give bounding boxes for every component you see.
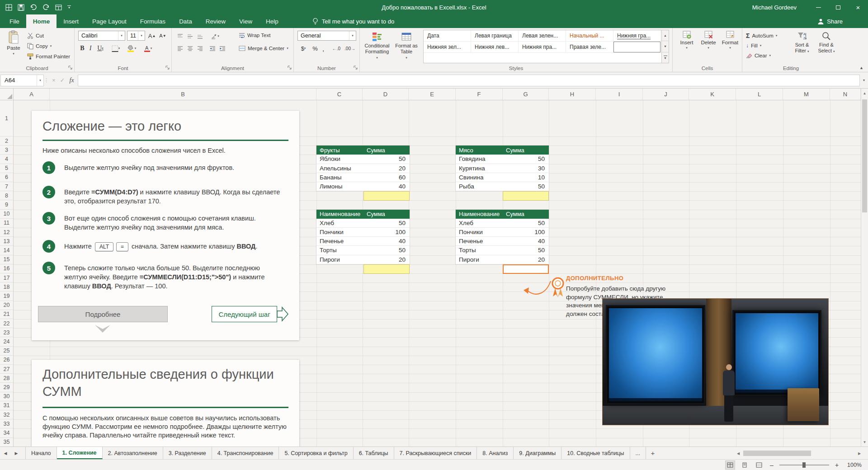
clear-button[interactable]: Clear▾ — [746, 51, 777, 60]
align-left-icon[interactable] — [175, 43, 184, 53]
paste-dropdown[interactable]: ▾ — [13, 52, 14, 56]
sum-input-cell[interactable] — [363, 264, 410, 274]
sheet-tab-8[interactable]: 8. Анализ — [477, 447, 514, 459]
row-header-29[interactable]: 29 — [0, 383, 13, 392]
conditional-formatting-button[interactable]: Conditional Formatting ▾ — [363, 30, 392, 64]
row-header-4[interactable]: 4 — [0, 155, 13, 164]
row-header-34[interactable]: 34 — [0, 428, 13, 437]
row-header-25[interactable]: 25 — [0, 347, 13, 356]
row-header-2[interactable]: 2 — [0, 136, 13, 146]
borders-button[interactable]: ▾ — [109, 43, 123, 53]
increase-decimal-button[interactable]: ←.0 — [330, 43, 343, 53]
align-right-icon[interactable] — [195, 43, 204, 53]
ribbon-tab-view[interactable]: View — [232, 14, 259, 28]
alignment-dialog-launcher[interactable] — [288, 66, 292, 70]
horizontal-scroll-thumb[interactable] — [743, 451, 811, 456]
cell-style-item-8[interactable]: Правая зеле... — [566, 42, 613, 53]
orientation-button[interactable]: ab▾ — [208, 31, 222, 41]
column-header-N[interactable]: N — [830, 89, 861, 100]
cell-style-item-1[interactable]: Левая граница — [471, 30, 519, 42]
row-header-18[interactable]: 18 — [0, 282, 13, 291]
zoom-out-button[interactable]: – — [769, 461, 775, 469]
row-header-9[interactable]: 9 — [0, 200, 13, 209]
row-header-33[interactable]: 33 — [0, 419, 13, 428]
copy-button[interactable]: Copy ▾ — [27, 42, 70, 50]
cell-style-item-3[interactable]: Начальный ... — [566, 30, 613, 42]
row-header-28[interactable]: 28 — [0, 374, 13, 383]
paste-button[interactable]: Paste ▾ — [3, 30, 24, 63]
cancel-icon[interactable]: × — [52, 77, 56, 84]
decrease-decimal-button[interactable]: .00→ — [344, 43, 356, 53]
bold-button[interactable]: B — [78, 43, 86, 53]
sheet-tab-0[interactable]: Начало — [25, 447, 57, 459]
ribbon-tab-review[interactable]: Review — [199, 14, 232, 28]
vertical-scrollbar[interactable]: ▲ ▼ — [861, 89, 868, 446]
delete-cells-button[interactable]: Delete ▾ — [698, 30, 719, 64]
sheet-nav-left[interactable]: ◀ — [0, 447, 11, 459]
insert-function-icon[interactable]: fx — [70, 77, 74, 84]
customize-qat-dropdown[interactable]: ▾ — [67, 5, 71, 9]
scroll-up-icon[interactable]: ▲ — [861, 89, 868, 98]
decrease-font-button[interactable]: A▼ — [158, 31, 168, 41]
cut-button[interactable]: Cut — [27, 32, 70, 40]
cell-style-item-0[interactable]: Дата — [424, 30, 471, 42]
row-header-10[interactable]: 10 — [0, 210, 13, 219]
row-header-16[interactable]: 16 — [0, 264, 13, 273]
row-header-8[interactable]: 8 — [0, 191, 13, 200]
percent-format-button[interactable]: % — [311, 43, 319, 53]
sheet-tab-10[interactable]: 10. Сводные таблицы — [561, 447, 630, 459]
ribbon-tab-file[interactable]: File — [3, 14, 26, 28]
clipboard-dialog-launcher[interactable] — [68, 66, 73, 70]
name-box[interactable]: A64▾ — [0, 75, 44, 86]
more-button[interactable]: Подробнее — [38, 306, 168, 322]
row-header-17[interactable]: 17 — [0, 273, 13, 282]
column-header-D[interactable]: D — [363, 89, 409, 100]
row-header-12[interactable]: 12 — [0, 228, 13, 237]
minimize-button[interactable] — [808, 0, 828, 14]
sum-highlight-cell[interactable] — [503, 264, 549, 274]
row-header-6[interactable]: 6 — [0, 173, 13, 182]
column-header-J[interactable]: J — [643, 89, 689, 100]
scroll-right-icon[interactable]: ▶ — [855, 451, 863, 456]
row-header-7[interactable]: 7 — [0, 182, 13, 191]
increase-font-button[interactable]: A▲ — [147, 31, 157, 41]
ribbon-tab-formulas[interactable]: Formulas — [133, 14, 172, 28]
align-bottom-icon[interactable] — [195, 31, 204, 41]
decrease-indent-icon[interactable] — [208, 43, 217, 53]
column-header-E[interactable]: E — [409, 89, 456, 100]
undo-icon[interactable] — [30, 4, 37, 10]
select-all-corner[interactable] — [0, 89, 14, 100]
normal-view-button[interactable] — [725, 461, 735, 470]
sheet-tab-4[interactable]: 4. Транспонирование — [212, 447, 279, 459]
sheet-tab-7[interactable]: 7. Раскрывающиеся списки — [394, 447, 477, 459]
align-top-icon[interactable] — [175, 31, 184, 41]
row-header-35[interactable]: 35 — [0, 438, 13, 446]
cell-style-item-4[interactable]: Нижняя гра... — [613, 30, 661, 42]
ribbon-tab-insert[interactable]: Insert — [57, 14, 85, 28]
find-select-button[interactable]: Find & Select ▾ — [815, 30, 838, 64]
number-format-select[interactable]: General▾ — [297, 31, 356, 41]
font-name-select[interactable]: Calibri▾ — [78, 31, 125, 41]
sheet-tab-2[interactable]: 2. Автозаполнение — [103, 447, 163, 459]
enter-icon[interactable]: ✓ — [60, 77, 65, 84]
column-header-H[interactable]: H — [549, 89, 596, 100]
sheet-tab-1[interactable]: 1. Сложение — [57, 447, 103, 459]
collapse-ribbon-button[interactable]: ▲ — [859, 66, 863, 70]
column-header-A[interactable]: A — [14, 89, 50, 100]
comma-format-button[interactable]: , — [320, 43, 326, 53]
cell-style-item-7[interactable]: Нижняя пра... — [519, 42, 566, 53]
fill-button[interactable]: ↓ Fill▾ — [746, 41, 777, 50]
new-sheet-button[interactable]: + — [646, 447, 660, 459]
fill-color-button[interactable]: ▾ — [124, 43, 139, 53]
merge-center-button[interactable]: Merge & Center ▾ — [239, 44, 288, 52]
cell-style-item-6[interactable]: Нижняя лев... — [471, 42, 519, 53]
align-center-icon[interactable] — [185, 43, 194, 53]
column-header-K[interactable]: K — [689, 89, 736, 100]
row-header-26[interactable]: 26 — [0, 356, 13, 365]
gallery-down-button[interactable]: ▼ — [662, 41, 669, 52]
maximize-button[interactable] — [828, 0, 848, 14]
underline-button[interactable]: U ▾ — [94, 43, 106, 53]
format-cells-button[interactable]: Format ▾ — [720, 30, 741, 64]
sheet-tab-5[interactable]: 5. Сортировка и фильтр — [279, 447, 353, 459]
cell-style-item-9[interactable] — [613, 42, 661, 53]
